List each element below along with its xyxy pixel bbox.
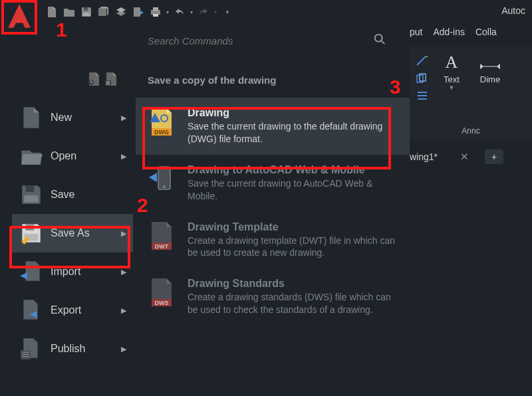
chevron-right-icon: ▶ [121,268,126,276]
menu-label: New [51,112,72,124]
menu-save[interactable]: Save [12,175,133,214]
chevron-right-icon: ▶ [121,152,126,161]
menu-label: Import [51,266,80,278]
save-all-icon[interactable] [97,5,110,19]
save-as-icon [19,221,44,246]
chevron-right-icon: ▶ [121,306,126,315]
annotation-3: 3 [390,76,401,98]
ribbon-tab[interactable]: Colla [475,27,497,37]
option-desc: Save the current drawing to AutoCAD Web … [188,177,398,203]
copy-icon[interactable] [416,73,428,84]
svg-text:DWS: DWS [155,300,169,306]
mini-tool-column [416,56,428,101]
menu-export[interactable]: Export ▶ [12,291,133,330]
ribbon-tabs: put Add-ins Colla [410,27,497,37]
option-text: Drawing Save the current drawing to the … [188,107,398,146]
search-row [136,24,410,54]
new-icon [19,105,44,130]
svg-rect-2 [134,7,140,17]
option-drawing-template[interactable]: DWT Drawing Template Create a drawing te… [136,212,410,269]
save-as-submenu: Save a copy of the drawing DWG Drawing S… [136,24,410,396]
option-text: Drawing to AutoCAD Web & Mobile Save the… [188,164,398,203]
new-doc-icon[interactable] [45,5,59,19]
import-icon [19,259,44,284]
qat-customize-icon[interactable]: ▼ [225,9,230,15]
svg-rect-3 [151,10,160,15]
text-label: Text [444,74,460,84]
panel-title: Annc [410,126,532,140]
option-title: Drawing to AutoCAD Web & Mobile [188,164,398,176]
undo-icon[interactable] [173,5,186,19]
file-tab[interactable]: wing1* ✕ + [410,148,503,166]
svg-rect-1 [83,13,90,16]
svg-rect-0 [84,7,88,11]
align-icon[interactable] [416,90,428,101]
save-icon[interactable] [80,5,93,19]
dim-label: Dime [480,74,500,84]
option-text: Drawing Standards Create a drawing stand… [188,278,398,316]
svg-rect-4 [153,7,158,11]
menu-label: Export [51,304,81,316]
menu-label: Save [51,189,74,201]
submenu-heading: Save a copy of the drawing [136,54,410,98]
dropdown-icon[interactable]: ▾ [166,9,169,15]
quick-access-toolbar: ▾ ▾ ▾ ▼ [5,4,230,20]
option-title: Drawing Template [188,221,398,233]
option-drawing-dwg[interactable]: DWG Drawing Save the current drawing to … [136,98,410,155]
annotation-2: 2 [137,194,148,217]
svg-text:DWG: DWG [154,129,169,136]
ribbon-tab[interactable]: Add-ins [433,27,464,37]
print-icon[interactable] [149,5,162,19]
share-icon[interactable] [132,5,145,19]
option-title: Drawing [188,107,398,119]
app-menu-button[interactable] [3,0,36,33]
redo-icon[interactable] [197,5,210,19]
save-icon [19,182,44,207]
search-input[interactable] [148,35,347,47]
doc-icon[interactable] [104,72,120,89]
dws-file-icon: DWS [148,278,176,307]
layers-icon[interactable] [114,5,128,19]
option-desc: Create a drawing template (DWT) file in … [188,235,398,260]
svg-rect-11 [26,185,35,192]
option-desc: Save the current drawing to the default … [188,120,398,146]
menu-new[interactable]: New ▶ [12,98,133,137]
app-title: Autoc [501,5,525,16]
chevron-down-icon[interactable]: ▼ [449,84,455,91]
dropdown-icon[interactable]: ▾ [214,9,217,15]
recent-docs-icons [86,72,120,89]
doc-icon[interactable] [86,72,102,89]
open-folder-icon[interactable] [63,5,76,19]
app-menu: New ▶ Open ▶ Save Save As ▶ Import ▶ Exp… [12,98,133,368]
svg-rect-5 [153,14,158,17]
search-icon[interactable] [374,33,386,48]
menu-import[interactable]: Import ▶ [12,252,133,291]
dropdown-icon[interactable]: ▾ [190,9,193,15]
text-button[interactable]: A Text ▼ [440,52,463,91]
mobile-icon [148,164,176,193]
svg-rect-13 [26,224,35,231]
dwt-file-icon: DWT [148,221,176,250]
chevron-right-icon: ▶ [121,229,126,238]
publish-icon [19,336,44,361]
menu-publish[interactable]: Publish ▶ [12,330,133,368]
menu-open[interactable]: Open ▶ [12,137,133,175]
menu-label: Publish [51,343,85,355]
close-icon[interactable]: ✕ [460,151,469,163]
annotation-1: 1 [56,19,67,41]
option-drawing-standards[interactable]: DWS Drawing Standards Create a drawing s… [136,268,410,326]
svg-text:A: A [446,52,458,72]
menu-label: Save As [51,227,90,239]
option-title: Drawing Standards [188,278,398,290]
chevron-right-icon: ▶ [121,114,126,122]
menu-save-as[interactable]: Save As ▶ [12,214,133,252]
svg-point-16 [375,35,382,42]
file-tab-name: wing1* [410,151,438,162]
ribbon-tab[interactable]: put [410,27,422,37]
new-tab-button[interactable]: + [485,149,503,164]
option-text: Drawing Template Create a drawing templa… [188,221,398,260]
svg-point-21 [163,185,166,188]
dimension-button[interactable]: Dime [479,52,501,84]
option-web-mobile[interactable]: Drawing to AutoCAD Web & Mobile Save the… [136,155,410,212]
linear-dim-icon[interactable] [416,56,428,66]
